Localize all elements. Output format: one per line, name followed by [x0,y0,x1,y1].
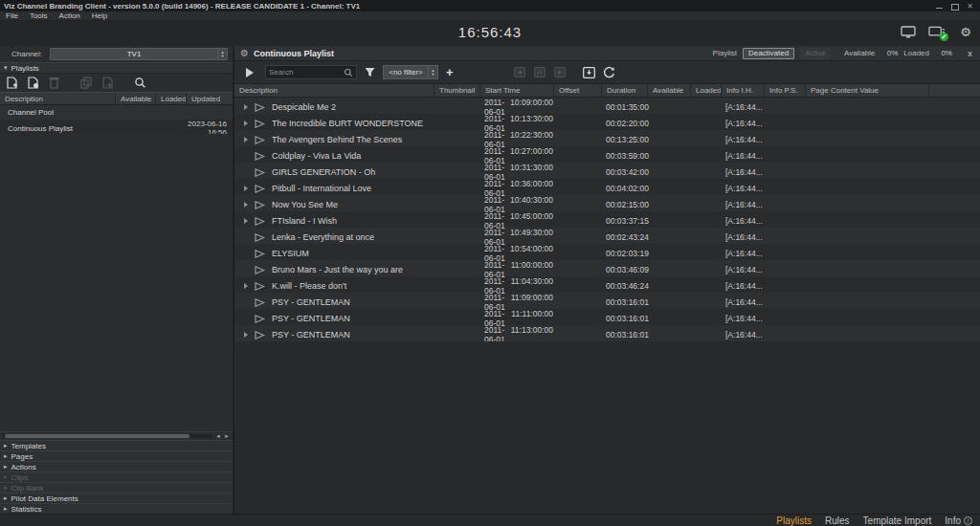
search-input[interactable] [269,68,341,77]
accordion-actions[interactable]: ▸Actions [0,461,233,471]
table-row[interactable]: Continuous Playlist 2023-06-16 16:56 [0,120,233,134]
out-icon[interactable] [554,67,566,77]
cue-icon[interactable] [514,67,525,77]
filter-spinner-icon[interactable]: ▲▼ [428,66,437,78]
horizontal-scrollbar[interactable]: ◄ ► [0,431,233,440]
playlist-row[interactable]: GIRLS GENERATION - Oh 2011-06-01 10:31:3… [234,163,980,179]
expand-arrow-icon[interactable] [244,202,248,208]
playlist-row[interactable]: The Incredible BURT WONDERSTONE 2011-06-… [234,114,980,130]
close-button[interactable]: ✕ [966,2,974,11]
filter-icon[interactable] [365,67,375,77]
delete-icon[interactable] [47,77,61,90]
tab-rules[interactable]: Rules [825,515,850,526]
expand-arrow-icon: ▸ [4,442,8,449]
col-duration[interactable]: Duration [601,84,647,97]
search-icon[interactable] [133,77,147,90]
accordion-label: Statistics [11,505,42,514]
filter-select[interactable]: <no filter> ▲▼ [383,65,438,79]
col-available[interactable]: Available [115,93,155,105]
expand-arrow-icon[interactable] [244,332,248,338]
accordion-label: Clip Bank [11,484,44,493]
accordion-statistics[interactable]: ▸Statistics [0,503,233,514]
expand-arrow-icon: ▸ [4,452,8,460]
cell-duration: 00:01:35:00 [601,102,647,112]
restore-button[interactable] [950,2,959,11]
gear-icon[interactable]: ⚙ [957,25,974,40]
accordion-pilot-data-elements[interactable]: ▸Pilot Data Elements [0,493,233,503]
playlist-row[interactable]: K.will - Please don't 2011-06-01 11:04:3… [234,276,980,293]
monitor-load-icon[interactable] [583,67,595,78]
accordion-templates[interactable]: ▸Templates [0,440,233,450]
col-description[interactable]: Description [0,93,115,105]
playlist-row[interactable]: The Avengers Behind The Scenes 2011-06-0… [234,130,980,146]
menu-action[interactable]: Action [54,11,86,21]
channel-select[interactable]: TV1 ▲▼ [50,48,228,60]
close-playlist-button[interactable]: x [968,49,974,58]
take-icon[interactable] [534,67,546,77]
col-thumbnail[interactable]: Thumbnail [434,84,479,97]
expand-arrow-icon[interactable] [244,218,248,224]
table-row[interactable]: Channel Pool [0,105,233,120]
scrollbar-track[interactable] [3,434,212,438]
expand-arrow-icon[interactable] [244,137,248,142]
playlist-row[interactable]: Bruno Mars - Just the way you are 2011-0… [234,260,980,276]
accordion-label: Pilot Data Elements [11,494,78,503]
monitor-icon[interactable] [900,25,917,40]
col-offset[interactable]: Offset [553,84,601,97]
screens-check-icon[interactable]: ✓ [928,25,946,40]
accordion-clips: ▸Clips [0,471,233,482]
playlists-section-header[interactable]: ▾ Playlists [0,62,233,74]
scroll-left-icon[interactable]: ◄ [215,432,221,440]
col-available[interactable]: Available [647,84,690,97]
element-name: FTIsland - I Wish [272,216,337,226]
play-outline-icon [255,185,265,193]
deactivated-button[interactable]: Deactivated [743,48,794,59]
channel-spinner-icon[interactable]: ▲▼ [217,49,227,59]
import-playlist-icon[interactable] [26,77,40,90]
col-info-ps[interactable]: Info P.S. [764,84,805,97]
menu-tools[interactable]: Tools [24,11,54,21]
copy-icon[interactable] [79,77,94,90]
menu-file[interactable]: File [0,11,24,21]
play-outline-icon [255,103,265,112]
add-icon[interactable]: + [446,66,454,79]
play-icon[interactable] [240,68,257,77]
col-updated[interactable]: Updated [186,93,233,105]
refresh-icon[interactable] [603,66,615,78]
playlist-row[interactable]: PSY - GENTLEMAN 2011-06-01 11:11:00:00 0… [234,309,980,325]
expand-arrow-icon[interactable] [244,186,248,191]
col-description[interactable]: Description [234,84,434,97]
tab-playlists[interactable]: Playlists [776,515,812,526]
col-page-content-value[interactable]: Page Content Value [805,84,928,97]
menu-help[interactable]: Help [86,11,113,21]
active-button[interactable]: Active [800,48,831,59]
new-playlist-icon[interactable] [5,77,19,90]
playlist-row[interactable]: PSY - GENTLEMAN 2011-06-01 11:13:00:00 0… [234,325,980,341]
playlist-row[interactable]: Lenka - Everything at once 2011-06-01 10… [234,228,980,244]
playlist-row[interactable]: Now You See Me 2011-06-01 10:40:30:00 00… [234,195,980,211]
minimize-button[interactable] [935,2,944,11]
scroll-right-icon[interactable]: ► [224,432,230,440]
accordion-pages[interactable]: ▸Pages [0,450,233,461]
playlist-row[interactable]: Pitbull - International Love 2011-06-01 … [234,179,980,195]
col-loaded[interactable]: Loaded [155,93,186,105]
playlist-row[interactable]: Despicable Me 2 2011-06-01 10:09:00:00 0… [234,98,980,114]
scrollbar-thumb[interactable] [5,434,189,438]
expand-arrow-icon[interactable] [244,104,248,110]
expand-arrow-icon[interactable] [244,283,248,289]
export-icon[interactable] [100,77,115,90]
col-loaded[interactable]: Loaded [690,84,721,97]
playlist-row[interactable]: PSY - GENTLEMAN 2011-06-01 11:09:00:00 0… [234,293,980,309]
playlist-row[interactable]: FTIsland - I Wish 2011-06-01 10:45:00:00… [234,211,980,228]
accordion-label: Pages [11,452,33,461]
expand-arrow-icon[interactable] [244,121,248,126]
connected-check-badge: ✓ [940,33,948,41]
tab-template-import[interactable]: Template Import [863,515,932,526]
playlist-row[interactable]: ELYSIUM 2011-06-01 10:54:00:00 00:02:03:… [234,244,980,260]
col-start-time[interactable]: Start Time [479,84,553,97]
search-input-wrap [265,65,357,79]
playlist-state-label: Playlist [713,49,737,57]
tab-info[interactable]: Info i [945,515,972,526]
playlist-row[interactable]: Coldplay - Viva La Vida 2011-06-01 10:27… [234,146,980,163]
col-info-ih[interactable]: Info I.H. [721,84,764,97]
